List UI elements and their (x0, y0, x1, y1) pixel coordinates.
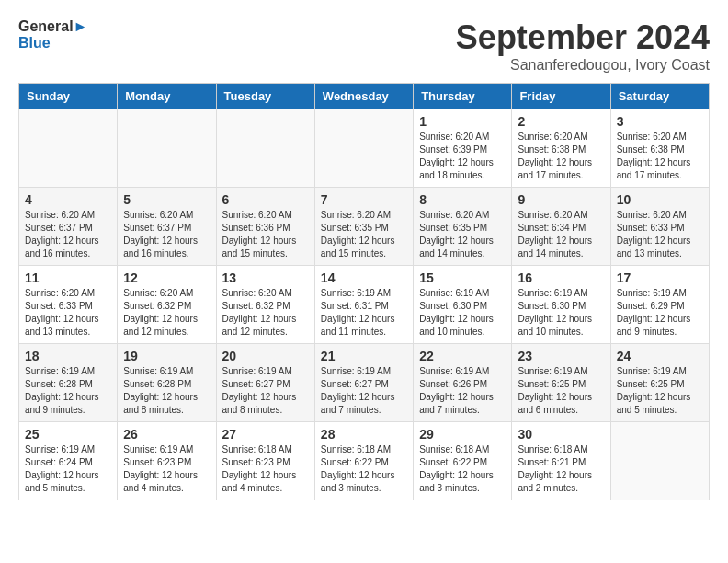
calendar-day-19: 19Sunrise: 6:19 AMSunset: 6:28 PMDayligh… (118, 344, 216, 422)
day-info: Sunrise: 6:20 AMSunset: 6:38 PMDaylight:… (518, 131, 604, 182)
calendar-day-27: 27Sunrise: 6:18 AMSunset: 6:23 PMDayligh… (216, 422, 314, 500)
day-info: Sunrise: 6:18 AMSunset: 6:23 PMDaylight:… (222, 443, 309, 495)
day-info: Sunrise: 6:20 AMSunset: 6:32 PMDaylight:… (222, 287, 309, 339)
day-number: 27 (222, 427, 309, 442)
day-info: Sunrise: 6:18 AMSunset: 6:22 PMDaylight:… (419, 443, 506, 495)
day-number: 24 (617, 349, 703, 363)
day-number: 13 (222, 270, 309, 285)
day-number: 28 (321, 427, 407, 442)
calendar-day-28: 28Sunrise: 6:18 AMSunset: 6:22 PMDayligh… (314, 422, 413, 500)
day-info: Sunrise: 6:19 AMSunset: 6:30 PMDaylight:… (419, 287, 506, 339)
calendar-day-8: 8Sunrise: 6:20 AMSunset: 6:35 PMDaylight… (414, 188, 512, 266)
calendar-day-14: 14Sunrise: 6:19 AMSunset: 6:31 PMDayligh… (314, 266, 413, 344)
calendar-table: SundayMondayTuesdayWednesdayThursdayFrid… (18, 83, 710, 500)
day-info: Sunrise: 6:19 AMSunset: 6:25 PMDaylight:… (617, 365, 703, 417)
weekday-header-saturday: Saturday (610, 84, 709, 109)
weekday-header-thursday: Thursday (414, 84, 512, 109)
weekday-header-wednesday: Wednesday (314, 84, 413, 109)
calendar-day-7: 7Sunrise: 6:20 AMSunset: 6:35 PMDaylight… (314, 188, 413, 266)
day-number: 2 (518, 114, 604, 129)
day-number: 16 (518, 270, 604, 285)
day-info: Sunrise: 6:20 AMSunset: 6:35 PMDaylight:… (419, 209, 506, 260)
day-number: 6 (222, 192, 309, 207)
day-info: Sunrise: 6:19 AMSunset: 6:29 PMDaylight:… (617, 287, 703, 339)
day-number: 8 (419, 192, 506, 207)
weekday-header-monday: Monday (118, 84, 216, 109)
calendar-day-5: 5Sunrise: 6:20 AMSunset: 6:37 PMDaylight… (118, 188, 216, 266)
day-number: 3 (617, 114, 703, 129)
day-info: Sunrise: 6:20 AMSunset: 6:34 PMDaylight:… (518, 209, 604, 260)
day-info: Sunrise: 6:19 AMSunset: 6:28 PMDaylight:… (25, 365, 111, 417)
day-number: 30 (518, 427, 604, 442)
logo-wordmark: General► Blue (18, 18, 87, 51)
day-info: Sunrise: 6:20 AMSunset: 6:33 PMDaylight:… (617, 209, 703, 260)
header: General► Blue September 2024 Sananferedo… (18, 18, 710, 74)
day-info: Sunrise: 6:19 AMSunset: 6:23 PMDaylight:… (123, 443, 210, 495)
calendar-day-3: 3Sunrise: 6:20 AMSunset: 6:38 PMDaylight… (610, 109, 709, 188)
day-number: 18 (25, 349, 111, 363)
day-number: 26 (123, 427, 210, 442)
day-number: 9 (518, 192, 604, 207)
calendar-day-6: 6Sunrise: 6:20 AMSunset: 6:36 PMDaylight… (216, 188, 314, 266)
day-number: 14 (321, 270, 407, 285)
weekday-header-tuesday: Tuesday (216, 84, 314, 109)
calendar-day-29: 29Sunrise: 6:18 AMSunset: 6:22 PMDayligh… (414, 422, 512, 500)
calendar-day-20: 20Sunrise: 6:19 AMSunset: 6:27 PMDayligh… (216, 344, 314, 422)
calendar-day-22: 22Sunrise: 6:19 AMSunset: 6:26 PMDayligh… (414, 344, 512, 422)
empty-cell (118, 109, 216, 188)
day-info: Sunrise: 6:20 AMSunset: 6:33 PMDaylight:… (25, 287, 111, 339)
day-info: Sunrise: 6:18 AMSunset: 6:21 PMDaylight:… (518, 443, 604, 495)
location-subtitle: Sananferedougou, Ivory Coast (456, 57, 710, 74)
day-info: Sunrise: 6:19 AMSunset: 6:27 PMDaylight:… (321, 365, 407, 417)
day-number: 21 (321, 349, 407, 363)
calendar-day-30: 30Sunrise: 6:18 AMSunset: 6:21 PMDayligh… (512, 422, 610, 500)
empty-cell (216, 109, 314, 188)
calendar-day-10: 10Sunrise: 6:20 AMSunset: 6:33 PMDayligh… (610, 188, 709, 266)
day-number: 17 (617, 270, 703, 285)
day-info: Sunrise: 6:19 AMSunset: 6:31 PMDaylight:… (321, 287, 407, 339)
day-info: Sunrise: 6:19 AMSunset: 6:26 PMDaylight:… (419, 365, 506, 417)
calendar-day-26: 26Sunrise: 6:19 AMSunset: 6:23 PMDayligh… (118, 422, 216, 500)
day-info: Sunrise: 6:19 AMSunset: 6:27 PMDaylight:… (222, 365, 309, 417)
calendar-day-15: 15Sunrise: 6:19 AMSunset: 6:30 PMDayligh… (414, 266, 512, 344)
calendar-day-9: 9Sunrise: 6:20 AMSunset: 6:34 PMDaylight… (512, 188, 610, 266)
day-number: 12 (123, 270, 210, 285)
day-number: 4 (25, 192, 111, 207)
logo: General► Blue (18, 18, 87, 51)
calendar-day-21: 21Sunrise: 6:19 AMSunset: 6:27 PMDayligh… (314, 344, 413, 422)
calendar-day-1: 1Sunrise: 6:20 AMSunset: 6:39 PMDaylight… (414, 109, 512, 188)
day-number: 7 (321, 192, 407, 207)
day-info: Sunrise: 6:20 AMSunset: 6:32 PMDaylight:… (123, 287, 210, 339)
day-number: 20 (222, 349, 309, 363)
calendar-day-23: 23Sunrise: 6:19 AMSunset: 6:25 PMDayligh… (512, 344, 610, 422)
empty-cell (19, 109, 118, 188)
day-info: Sunrise: 6:20 AMSunset: 6:37 PMDaylight:… (25, 209, 111, 260)
day-number: 11 (25, 270, 111, 285)
calendar-day-13: 13Sunrise: 6:20 AMSunset: 6:32 PMDayligh… (216, 266, 314, 344)
day-number: 25 (25, 427, 111, 442)
day-number: 5 (123, 192, 210, 207)
day-info: Sunrise: 6:20 AMSunset: 6:38 PMDaylight:… (617, 131, 703, 182)
calendar-day-18: 18Sunrise: 6:19 AMSunset: 6:28 PMDayligh… (19, 344, 118, 422)
month-title: September 2024 (456, 18, 710, 57)
day-number: 29 (419, 427, 506, 442)
day-info: Sunrise: 6:19 AMSunset: 6:30 PMDaylight:… (518, 287, 604, 339)
day-number: 10 (617, 192, 703, 207)
day-info: Sunrise: 6:18 AMSunset: 6:22 PMDaylight:… (321, 443, 407, 495)
day-info: Sunrise: 6:20 AMSunset: 6:36 PMDaylight:… (222, 209, 309, 260)
day-info: Sunrise: 6:19 AMSunset: 6:25 PMDaylight:… (518, 365, 604, 417)
day-info: Sunrise: 6:20 AMSunset: 6:37 PMDaylight:… (123, 209, 210, 260)
calendar-day-2: 2Sunrise: 6:20 AMSunset: 6:38 PMDaylight… (512, 109, 610, 188)
day-info: Sunrise: 6:20 AMSunset: 6:39 PMDaylight:… (419, 131, 506, 182)
day-number: 23 (518, 349, 604, 363)
empty-cell (314, 109, 413, 188)
day-info: Sunrise: 6:20 AMSunset: 6:35 PMDaylight:… (321, 209, 407, 260)
calendar-day-17: 17Sunrise: 6:19 AMSunset: 6:29 PMDayligh… (610, 266, 709, 344)
weekday-header-sunday: Sunday (19, 84, 118, 109)
calendar-day-25: 25Sunrise: 6:19 AMSunset: 6:24 PMDayligh… (19, 422, 118, 500)
day-number: 22 (419, 349, 506, 363)
day-info: Sunrise: 6:19 AMSunset: 6:24 PMDaylight:… (25, 443, 111, 495)
day-number: 19 (123, 349, 210, 363)
calendar-day-12: 12Sunrise: 6:20 AMSunset: 6:32 PMDayligh… (118, 266, 216, 344)
calendar-day-24: 24Sunrise: 6:19 AMSunset: 6:25 PMDayligh… (610, 344, 709, 422)
